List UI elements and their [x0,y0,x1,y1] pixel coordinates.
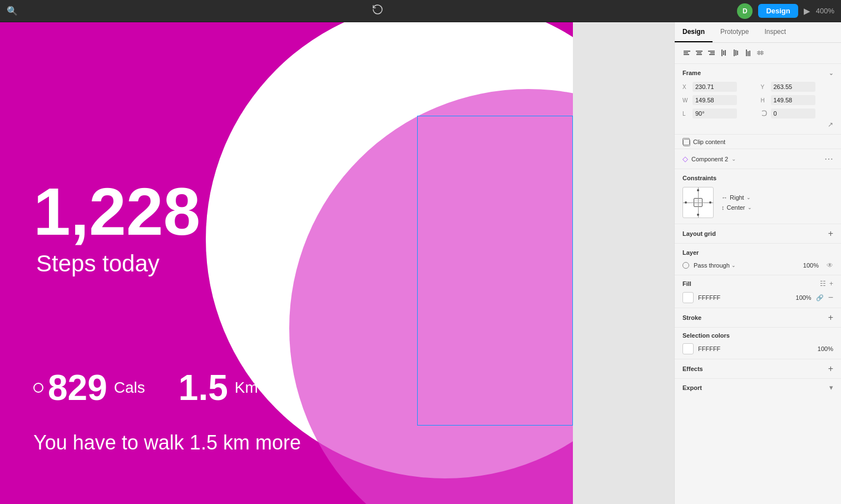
svg-rect-14 [737,51,738,55]
add-fill-button[interactable]: + [829,280,833,288]
constraint-widget [682,187,714,218]
effects-title: Effects [682,365,703,372]
align-right-icon[interactable] [707,48,716,59]
cals-unit: Cals [114,379,145,397]
align-center-h-icon[interactable] [695,48,704,59]
clip-content-label: Clip content [693,139,725,145]
fill-style-icon[interactable]: ☷ [820,280,826,288]
stroke-title: Stroke [682,314,701,321]
tab-design[interactable]: Design [675,22,713,42]
fill-color-swatch[interactable] [682,292,694,303]
align-left-icon[interactable] [682,48,691,59]
cals-circle [33,383,43,393]
share-button[interactable]: Design [758,4,798,18]
svg-rect-22 [684,140,690,146]
svg-rect-6 [708,51,715,52]
layer-opacity[interactable]: 100% [803,262,819,269]
field-r-label [761,110,769,117]
component-label: Component 2 [691,156,728,162]
layer-mode-icon [682,262,689,269]
svg-rect-7 [710,52,715,53]
field-w-input[interactable] [692,95,737,105]
fill-section: Fill ☷ + FFFFFF 100% 🔗 − [675,275,841,308]
component-chevron[interactable]: ⌄ [731,156,736,162]
field-r-input[interactable] [771,108,815,118]
add-stroke-button[interactable]: + [828,313,833,323]
add-layout-grid-button[interactable]: + [828,229,833,239]
constraint-v-chevron: ⌄ [748,205,752,210]
export-expand-icon[interactable]: ▾ [829,383,833,392]
canvas[interactable]: 1,228 Steps today 829 Cals 1.5 Km's You … [0,22,674,504]
svg-rect-10 [723,51,724,55]
field-x-input[interactable] [692,82,737,92]
constraints-section: Constraints ↔ Right ⌄ [675,169,841,224]
tab-prototype[interactable]: Prototype [713,22,756,42]
cw-dot-bottom [697,214,699,216]
field-l-input[interactable] [692,108,737,118]
field-h-input[interactable] [771,95,815,105]
fill-link-icon[interactable]: 🔗 [816,294,824,302]
constraint-horizontal[interactable]: ↔ Right ⌄ [721,194,752,201]
distribute-icon[interactable] [756,48,765,59]
topbar-center [372,3,384,18]
svg-rect-2 [684,54,689,55]
blend-mode-select[interactable]: Pass through ⌄ [694,262,736,269]
svg-rect-11 [725,50,726,56]
tab-inspect[interactable]: Inspect [756,22,794,42]
fill-row: FFFFFF 100% 🔗 − [682,292,833,303]
magenta-card: 1,228 Steps today 829 Cals 1.5 Km's You … [0,22,573,504]
clip-content-checkbox[interactable] [682,138,690,145]
add-effect-button[interactable]: + [828,364,833,374]
kms-number: 1.5 [179,367,228,408]
svg-rect-15 [746,50,747,56]
play-icon[interactable]: ▶ [804,6,810,16]
more-options-button[interactable]: ⋯ [824,154,833,164]
field-w: W [682,95,755,105]
constraint-vertical[interactable]: ↕ Center ⌄ [721,204,752,211]
topbar-right: D Design ▶ 400% [737,3,834,19]
search-icon[interactable]: 🔍 [7,6,18,16]
topbar: 🔍 D Design ▶ 400% [0,0,841,22]
field-r [761,108,834,118]
visibility-toggle[interactable]: 👁 [827,261,833,269]
export-title: Export [682,384,702,391]
steps-number: 1,228 [33,178,200,245]
component-row: ◇ Component 2 ⌄ ⋯ [675,149,841,169]
alignment-row [675,43,841,64]
constraints-title: Constraints [682,175,833,181]
stroke-section: Stroke + [675,308,841,328]
fill-color-hex[interactable]: FFFFFF [698,294,791,301]
layout-grid-title: Layout grid [682,230,716,237]
constraint-h-label: Right [730,194,744,201]
field-y-input[interactable] [771,82,815,92]
align-middle-icon[interactable] [731,48,740,59]
field-y: Y [761,82,834,92]
selection-color-swatch[interactable] [682,343,694,354]
svg-rect-12 [734,50,735,56]
svg-rect-17 [749,51,750,56]
layer-section: Layer Pass through ⌄ 100% 👁 [675,244,841,275]
right-panel: Design Prototype Inspect [674,22,841,504]
resize-icon[interactable]: ↗ [828,121,833,129]
blend-mode-chevron: ⌄ [731,263,736,268]
constraint-v-label: Center [727,204,745,211]
align-top-icon[interactable] [719,48,728,59]
svg-rect-0 [684,51,690,52]
avatar-button[interactable]: D [737,3,753,19]
component-icon: ◇ [682,155,688,163]
fill-opacity[interactable]: 100% [796,294,812,301]
layer-row: Pass through ⌄ 100% 👁 [682,261,833,269]
horizontal-arrow-icon: ↔ [721,194,728,201]
selection-color-opacity[interactable]: 100% [818,345,833,352]
undo-icon[interactable] [372,3,384,18]
cw-dot-right [709,201,711,204]
frame-fields: X Y W H L [682,82,833,118]
align-bottom-icon[interactable] [744,48,753,59]
svg-rect-13 [735,50,736,56]
svg-rect-3 [696,51,703,52]
cw-dot-left [685,201,687,204]
remove-fill-button[interactable]: − [828,293,833,303]
component-name: ◇ Component 2 ⌄ [682,155,736,163]
effects-section: Effects + [675,359,841,379]
selection-color-hex[interactable]: FFFFFF [698,345,813,352]
